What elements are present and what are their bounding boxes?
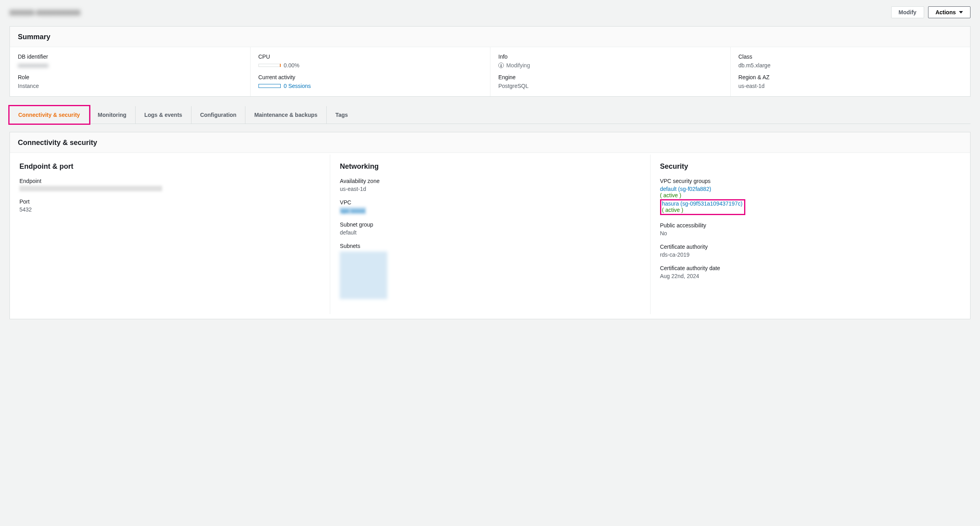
sg-hasura-status: ( active ) (662, 207, 743, 213)
top-actions: Modify Actions (891, 6, 970, 18)
summary-panel: Summary DB identifier xxxxxxxxxxx Role I… (10, 26, 970, 97)
subnet-group-value: default (340, 229, 640, 236)
connectivity-header: Connectivity & security (10, 132, 970, 153)
sessions-link[interactable]: 0 Sessions (284, 83, 311, 89)
tab-connectivity[interactable]: Connectivity & security (10, 106, 89, 124)
engine-label: Engine (498, 74, 722, 80)
db-identifier-value: xxxxxxxxxxx (18, 62, 242, 69)
page-title: xxxxx-xxxxxxxxx (10, 7, 80, 17)
tab-tags[interactable]: Tags (327, 106, 357, 124)
tab-monitoring[interactable]: Monitoring (89, 106, 136, 124)
db-identifier-label: DB identifier (18, 53, 242, 60)
actions-button[interactable]: Actions (928, 6, 970, 18)
tabs: Connectivity & security Monitoring Logs … (10, 106, 970, 124)
cpu-value: 0.00% (284, 62, 300, 69)
networking-column: Networking Availability zone us-east-1d … (330, 154, 650, 314)
cpu-label: CPU (258, 53, 482, 60)
class-value: db.m5.xlarge (739, 62, 963, 69)
sg-label: VPC security groups (660, 178, 961, 184)
az-label: Availability zone (340, 178, 640, 184)
connectivity-grid: Endpoint & port Endpoint Port 5432 Netwo… (10, 153, 970, 319)
info-value: Modifying (506, 62, 530, 69)
ca-date-value: Aug 22nd, 2024 (660, 273, 961, 279)
ca-value: rds-ca-2019 (660, 252, 961, 258)
sg-default-link[interactable]: default (sg-f02fa882) (660, 186, 711, 192)
engine-value: PostgreSQL (498, 83, 722, 89)
summary-col-1: DB identifier xxxxxxxxxxx Role Instance (10, 47, 250, 96)
sg-hasura-highlight: hasura (sg-09f531a109437197c) ( active ) (660, 199, 745, 215)
summary-col-2: CPU 0.00% Current activity 0 Sessions (250, 47, 490, 96)
cpu-bar-icon (258, 64, 281, 67)
summary-grid: DB identifier xxxxxxxxxxx Role Instance … (10, 47, 970, 96)
sg-hasura-link[interactable]: hasura (sg-09f531a109437197c) (662, 200, 743, 207)
ca-date-label: Certificate authority date (660, 265, 961, 271)
top-bar: xxxxx-xxxxxxxxx Modify Actions (10, 6, 970, 18)
info-label: Info (498, 53, 722, 60)
summary-col-4: Class db.m5.xlarge Region & AZ us-east-1… (730, 47, 970, 96)
sg-default-status: ( active ) (660, 192, 961, 198)
subnet-group-label: Subnet group (340, 221, 640, 228)
tab-maintenance[interactable]: Maintenance & backups (245, 106, 327, 124)
summary-col-3: Info Modifying Engine PostgreSQL (490, 47, 730, 96)
subnets-label: Subnets (340, 243, 640, 249)
vpc-label: VPC (340, 199, 640, 206)
connectivity-panel: Connectivity & security Endpoint & port … (10, 132, 970, 319)
tab-logs[interactable]: Logs & events (136, 106, 191, 124)
port-value: 5432 (19, 206, 320, 213)
az-value: us-east-1d (340, 186, 640, 192)
class-label: Class (739, 53, 963, 60)
endpoint-value (19, 186, 162, 191)
endpoint-port-column: Endpoint & port Endpoint Port 5432 (10, 154, 330, 314)
caret-down-icon (959, 11, 963, 13)
port-label: Port (19, 198, 320, 205)
region-label: Region & AZ (739, 74, 963, 80)
endpoint-port-heading: Endpoint & port (19, 162, 320, 171)
role-label: Role (18, 74, 242, 80)
endpoint-label: Endpoint (19, 178, 320, 184)
modify-button[interactable]: Modify (891, 6, 924, 18)
subnets-list (340, 252, 387, 299)
region-value: us-east-1d (739, 83, 963, 89)
connectivity-heading: Connectivity & security (18, 139, 962, 147)
public-access-label: Public accessibility (660, 222, 961, 229)
security-heading: Security (660, 162, 961, 171)
actions-label: Actions (936, 9, 956, 15)
tab-configuration[interactable]: Configuration (191, 106, 246, 124)
sessions-bar-icon (258, 84, 281, 88)
summary-header: Summary (10, 27, 970, 47)
security-column: Security VPC security groups default (sg… (650, 154, 970, 314)
public-access-value: No (660, 230, 961, 236)
modifying-icon (498, 63, 504, 68)
vpc-link[interactable]: vpc-xxxxx (340, 207, 366, 214)
ca-label: Certificate authority (660, 244, 961, 250)
activity-label: Current activity (258, 74, 482, 80)
networking-heading: Networking (340, 162, 640, 171)
summary-heading: Summary (18, 33, 962, 41)
role-value: Instance (18, 83, 242, 89)
